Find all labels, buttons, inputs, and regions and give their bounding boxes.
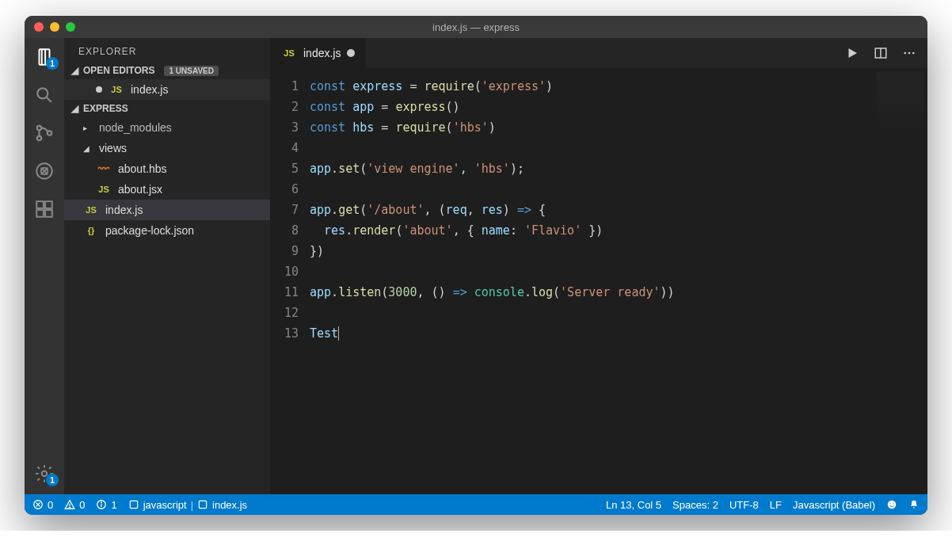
svg-point-19: [70, 507, 70, 508]
explorer-badge: 1: [46, 57, 59, 70]
file-label: package-lock.json: [105, 224, 194, 237]
info-count: 1: [111, 499, 116, 511]
status-feedback-icon[interactable]: [886, 499, 897, 510]
scope-lang: javascript: [143, 499, 187, 511]
status-bell-icon[interactable]: [908, 499, 920, 510]
tab-index-js[interactable]: JS index.js: [270, 38, 367, 68]
svg-point-14: [904, 52, 906, 55]
jsx-file-icon: JS: [96, 185, 112, 194]
folder-views[interactable]: ◢ views: [64, 138, 270, 158]
open-editor-filename: index.js: [131, 83, 168, 96]
debug-icon[interactable]: [33, 160, 55, 182]
svg-rect-23: [130, 501, 137, 508]
svg-point-16: [912, 52, 915, 55]
code-content[interactable]: const express = require('express')const …: [310, 68, 927, 494]
warning-count: 0: [79, 499, 85, 511]
status-info[interactable]: 1: [96, 499, 116, 511]
folder-node-modules[interactable]: ▸ node_modules: [64, 117, 270, 138]
explorer-icon[interactable]: 1: [33, 46, 55, 68]
traffic-lights: [34, 22, 75, 32]
error-count: 0: [48, 499, 53, 511]
open-editor-item[interactable]: JS index.js: [64, 79, 270, 100]
js-file-icon: JS: [83, 205, 99, 215]
svg-point-2: [37, 126, 41, 130]
open-editors-label: OPEN EDITORS: [83, 65, 154, 76]
chevron-right-icon: ▸: [83, 124, 93, 132]
svg-point-11: [42, 471, 48, 477]
file-label: about.hbs: [118, 162, 167, 175]
svg-point-3: [37, 136, 41, 140]
minimap[interactable]: [877, 71, 924, 135]
json-file-icon: {}: [83, 226, 99, 235]
minimize-window-button[interactable]: [50, 22, 59, 32]
file-package-lock[interactable]: {} package-lock.json: [64, 220, 270, 241]
source-control-icon[interactable]: [33, 122, 55, 144]
file-label: about.jsx: [118, 183, 162, 196]
svg-point-0: [37, 88, 48, 98]
status-encoding[interactable]: UTF-8: [729, 499, 759, 511]
file-label: index.js: [105, 204, 143, 216]
app-window: index.js — express 1 1: [25, 16, 927, 515]
chevron-down-icon: ◢: [70, 103, 78, 114]
svg-point-22: [101, 502, 102, 503]
status-warnings[interactable]: 0: [64, 499, 85, 511]
status-language-scope[interactable]: javascript | index.js: [128, 499, 247, 511]
hbs-file-icon: 〰: [96, 162, 112, 175]
workspace-label: EXPRESS: [83, 103, 128, 114]
modified-dot-icon: [347, 49, 355, 57]
svg-point-4: [48, 131, 51, 135]
activity-bar: 1 1: [25, 38, 64, 494]
folder-label: views: [99, 142, 127, 154]
window-title: index.js — express: [25, 21, 927, 33]
status-cursor-position[interactable]: Ln 13, Col 5: [606, 499, 661, 511]
file-index-js[interactable]: JS index.js: [64, 200, 270, 220]
editor-area: JS index.js 12345678910111213 const expr…: [270, 38, 927, 494]
svg-point-15: [908, 52, 911, 55]
file-about-jsx[interactable]: JS about.jsx: [64, 179, 270, 200]
split-editor-icon[interactable]: [874, 46, 888, 60]
code-editor[interactable]: 12345678910111213 const express = requir…: [270, 68, 927, 494]
svg-line-1: [47, 97, 51, 102]
status-errors[interactable]: 0: [32, 499, 53, 511]
chevron-down-icon: ◢: [70, 65, 78, 76]
titlebar: index.js — express: [25, 16, 927, 38]
tab-label: index.js: [303, 47, 341, 59]
scope-file: index.js: [212, 499, 247, 511]
editor-tabs: JS index.js: [270, 38, 927, 68]
workspace-header[interactable]: ◢ EXPRESS: [64, 100, 270, 117]
svg-rect-24: [199, 501, 206, 508]
explorer-sidebar: EXPLORER ◢ OPEN EDITORS 1 UNSAVED JS ind…: [64, 38, 270, 494]
unsaved-badge: 1 UNSAVED: [164, 66, 219, 76]
status-language-mode[interactable]: Javascript (Babel): [793, 499, 875, 511]
svg-point-25: [888, 501, 897, 509]
settings-gear-icon[interactable]: 1: [33, 463, 55, 485]
modified-dot-icon: [96, 86, 102, 93]
more-actions-icon[interactable]: [902, 46, 916, 60]
js-file-icon: JS: [109, 85, 124, 94]
maximize-window-button[interactable]: [66, 22, 75, 32]
js-file-icon: JS: [281, 48, 297, 58]
svg-point-27: [893, 503, 893, 504]
settings-badge: 1: [46, 474, 59, 486]
status-indentation[interactable]: Spaces: 2: [672, 499, 718, 511]
search-icon[interactable]: [33, 84, 55, 106]
svg-rect-10: [45, 210, 52, 217]
folder-label: node_modules: [99, 121, 172, 134]
svg-point-26: [890, 503, 891, 504]
svg-rect-9: [36, 210, 44, 217]
open-editors-header[interactable]: ◢ OPEN EDITORS 1 UNSAVED: [64, 62, 270, 79]
svg-rect-7: [36, 201, 44, 208]
chevron-down-icon: ◢: [83, 144, 93, 153]
status-eol[interactable]: LF: [770, 499, 782, 511]
sidebar-title: EXPLORER: [64, 38, 270, 62]
extensions-icon[interactable]: [33, 198, 55, 220]
svg-rect-8: [45, 201, 52, 208]
file-about-hbs[interactable]: 〰 about.hbs: [64, 158, 270, 179]
editor-actions: [834, 38, 927, 68]
close-window-button[interactable]: [34, 22, 44, 32]
line-number-gutter: 12345678910111213: [270, 68, 310, 494]
run-icon[interactable]: [845, 46, 859, 60]
status-bar: 0 0 1 javascript | index.js Ln 13, Col 5…: [25, 494, 927, 515]
